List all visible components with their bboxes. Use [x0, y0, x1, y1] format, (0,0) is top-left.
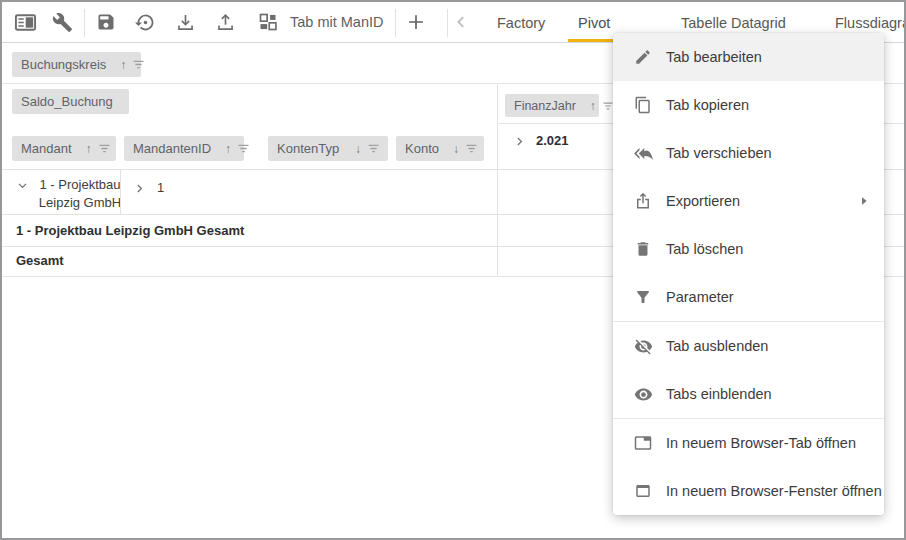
restore-button[interactable] [127, 4, 163, 40]
menu-item-tab-bearbeiten[interactable]: Tab bearbeiten [613, 33, 884, 81]
dashboard-icon [258, 12, 278, 32]
filter-lines-icon[interactable] [368, 144, 379, 153]
menu-item-parameter[interactable]: Parameter [613, 273, 884, 321]
menu-item-label: Tab bearbeiten [666, 49, 762, 65]
row-mandantenid-value: 1 [157, 180, 164, 195]
cell-separator [120, 170, 121, 214]
menu-item-tab-ausblenden[interactable]: Tab ausblenden [613, 322, 884, 370]
menu-item-browser-tab-oeffnen[interactable]: In neuem Browser-Tab öffnen [613, 419, 884, 467]
download-button[interactable] [167, 4, 203, 40]
edit-icon [633, 47, 653, 67]
filter-lines-icon[interactable] [99, 144, 110, 153]
browser-tab-icon [633, 433, 653, 453]
chip-label: MandantenID [133, 141, 211, 156]
toolbar-divider [395, 9, 396, 37]
upload-icon [215, 12, 236, 33]
sort-asc-icon: ↑ [590, 99, 596, 113]
tabs-scroll-left-button[interactable] [448, 4, 474, 40]
filter-lines-icon[interactable] [133, 60, 144, 69]
chip-label: Buchungskreis [21, 57, 106, 72]
menu-item-label: Parameter [666, 289, 734, 305]
row-field-chip-mandant[interactable]: Mandant ↑ [12, 136, 116, 161]
menu-item-label: In neuem Browser-Tab öffnen [666, 435, 856, 451]
move-icon [633, 143, 653, 163]
menu-item-tab-kopieren[interactable]: Tab kopieren [613, 81, 884, 129]
panel-separator [497, 84, 498, 276]
filter-icon [633, 287, 653, 307]
export-icon [633, 191, 653, 211]
panel-icon [14, 11, 37, 34]
eye-off-icon [633, 336, 653, 356]
chip-label: KontenTyp [277, 141, 339, 156]
row-mandant-value: 1 - Projektbau Leipzig GmbH [36, 176, 124, 212]
chip-label: Konto [405, 141, 439, 156]
app-window: Tab mit ManID Factory Pivot Tabelle Data… [0, 0, 906, 540]
tab-factory[interactable]: Factory [497, 15, 545, 31]
grand-total-row-label: Gesamt [16, 253, 64, 268]
tab-tabelle-datagrid[interactable]: Tabelle Datagrid [681, 15, 786, 31]
menu-item-label: In neuem Browser-Fenster öffnen [666, 483, 882, 499]
copy-icon [633, 95, 653, 115]
wrench-icon [52, 12, 73, 33]
toolbar-divider [84, 9, 85, 37]
subtotal-row-label: 1 - Projektbau Leipzig GmbH Gesamt [16, 223, 244, 238]
save-icon [96, 12, 116, 32]
sort-desc-icon: ↓ [355, 142, 361, 156]
sort-asc-icon: ↑ [120, 58, 126, 72]
row-field-chip-konto[interactable]: Konto ↓ [396, 136, 484, 161]
row-field-chip-kontentyp[interactable]: KontenTyp ↓ [268, 136, 388, 161]
menu-item-tab-verschieben[interactable]: Tab verschieben [613, 129, 884, 177]
menu-item-label: Tab löschen [666, 241, 743, 257]
submenu-arrow-icon [856, 193, 872, 209]
upload-button[interactable] [207, 4, 243, 40]
menu-item-exportieren[interactable]: Exportieren [613, 177, 884, 225]
menu-item-label: Exportieren [666, 193, 740, 209]
menu-item-browser-fenster-oeffnen[interactable]: In neuem Browser-Fenster öffnen [613, 467, 884, 515]
tab-mit-manid-label: Tab mit ManID [290, 14, 383, 30]
menu-item-label: Tab kopieren [666, 97, 749, 113]
menu-item-label: Tab verschieben [666, 145, 772, 161]
expand-mandantenid-chevron[interactable] [133, 182, 147, 196]
sort-desc-icon: ↓ [453, 142, 459, 156]
download-icon [175, 12, 196, 33]
settings-button[interactable] [44, 4, 80, 40]
sort-asc-icon: ↑ [86, 142, 92, 156]
sort-asc-icon: ↑ [225, 142, 231, 156]
browser-window-icon [633, 481, 653, 501]
chip-label: Mandant [21, 141, 72, 156]
filter-lines-icon[interactable] [238, 144, 249, 153]
plus-icon [405, 11, 427, 33]
chip-label: Saldo_Buchung [21, 94, 113, 109]
restore-icon [135, 12, 156, 33]
menu-item-tabs-einblenden[interactable]: Tabs einblenden [613, 370, 884, 418]
collapse-row-chevron[interactable] [16, 179, 30, 193]
column-field-chip-finanzjahr[interactable]: FinanzJahr ↑ [505, 94, 599, 117]
eye-icon [633, 384, 653, 404]
row-field-chip-mandantenid[interactable]: MandantenID ↑ [124, 136, 244, 161]
menu-item-tab-loeschen[interactable]: Tab löschen [613, 225, 884, 273]
year-value: 2.021 [536, 133, 569, 148]
tab-mit-manid-button[interactable]: Tab mit ManID [250, 4, 391, 40]
add-tab-button[interactable] [398, 4, 434, 40]
filter-lines-icon[interactable] [466, 144, 477, 153]
data-field-chip-saldo-buchung[interactable]: Saldo_Buchung [12, 89, 129, 114]
menu-item-label: Tab ausblenden [666, 338, 768, 354]
expand-year-chevron[interactable] [513, 135, 527, 149]
tab-context-menu: Tab bearbeiten Tab kopieren Tab verschie… [613, 33, 884, 515]
save-button[interactable] [88, 4, 124, 40]
chip-label: FinanzJahr [514, 99, 576, 113]
panel-toggle-button[interactable] [7, 4, 43, 40]
filter-field-chip-buchungskreis[interactable]: Buchungskreis ↑ [12, 52, 141, 77]
filter-lines-icon[interactable] [603, 102, 613, 110]
menu-item-label: Tabs einblenden [666, 386, 772, 402]
delete-icon [633, 239, 653, 259]
tab-pivot[interactable]: Pivot [578, 15, 610, 31]
chevron-left-icon [452, 13, 470, 31]
tab-flussdiagramm[interactable]: Flussdiagra [835, 15, 906, 31]
